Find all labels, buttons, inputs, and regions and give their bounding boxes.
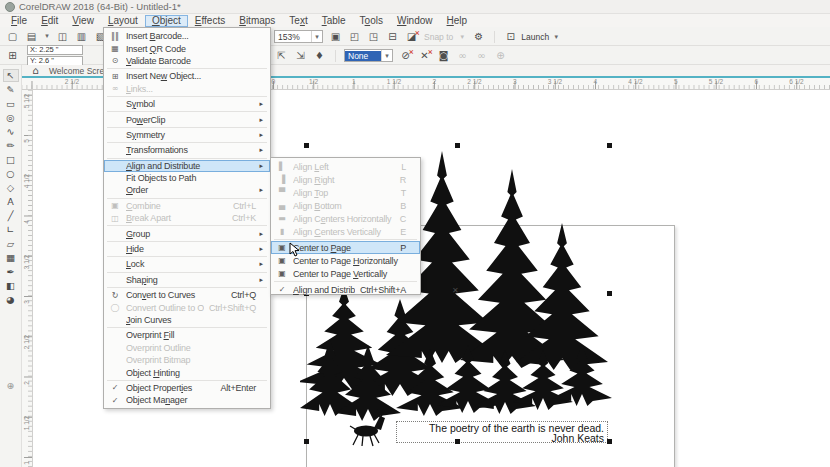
quote-text-object[interactable]: The poetry of the earth is never dead. J… [396,421,608,443]
menu-table[interactable]: Table [315,15,353,27]
preview-mode-icon[interactable]: ◪× [404,30,419,44]
link-icon[interactable]: ∞ [455,49,470,63]
menu-item-validate-barcode[interactable]: ⊙Validate Barcode [104,55,270,67]
menu-item-insert-new-object[interactable]: ⊞Insert New Object... [104,70,270,82]
save-icon[interactable]: ◫ [55,29,70,43]
polygon-tool[interactable]: ◇ [3,181,19,194]
rectangle-tool[interactable]: □ [3,153,19,166]
menu-view[interactable]: View [65,15,101,27]
selection-handle[interactable] [455,143,460,148]
menu-item-lock[interactable]: Lock▸ [104,258,270,270]
show-rulers-icon[interactable]: ◰ [347,30,362,44]
open-icon[interactable]: ▤ [24,29,39,43]
menu-item-order[interactable]: Order▸ [104,184,270,196]
menu-item-insert-barcode[interactable]: ‖‖Insert Barcode... [104,30,270,42]
menu-item-center-to-page-vertically[interactable]: ▣Center to Page Vertically [271,267,420,280]
dimension-tool[interactable]: ╱ [3,209,19,222]
transparency-tool[interactable]: ▦ [3,251,19,264]
menu-text[interactable]: Text [282,15,314,27]
print-icon[interactable]: ▥ [74,29,89,43]
menu-item-convert-to-curves[interactable]: ↻Convert to CurvesCtrl+Q [104,289,270,301]
selection-handle[interactable] [607,439,612,444]
unlink-icon[interactable]: ∞ [474,49,489,63]
selection-handle[interactable] [455,439,460,444]
menu-item-label: Align Centers Horizontally [293,214,395,224]
selection-handle[interactable] [607,291,612,296]
pick-tool[interactable]: ↖ [3,69,19,82]
show-guidelines-icon[interactable]: ⊟ [385,30,400,44]
ellipse-tool[interactable]: ○ [3,167,19,180]
menu-window[interactable]: Window [390,15,440,27]
bezier-tool[interactable]: ✏ [3,139,19,152]
menu-item-powerclip[interactable]: PowerClip▸ [104,113,270,125]
menu-item-insert-qr-code[interactable]: ▦Insert QR Code [104,42,270,54]
selection-handle[interactable] [304,143,309,148]
zoom-to-page-icon[interactable]: ▣ [328,30,343,44]
outline-dropdown-icon[interactable]: ▾ [381,50,392,61]
object-x-field[interactable]: X: 2.25 " [27,45,83,55]
menu-item-object-hinting[interactable]: Object Hinting [104,366,270,378]
menu-help[interactable]: Help [440,15,475,27]
remove-transform-icon[interactable]: ✕× [417,49,432,63]
menu-separator [107,225,267,226]
menu-item-shaping[interactable]: Shaping▸ [104,274,270,286]
no-outline-icon[interactable]: ⊘× [398,49,413,63]
menu-item-symbol[interactable]: Symbol▸ [104,98,270,110]
menu-item-label: Align Bottom [293,201,395,211]
interactive-fill-tool[interactable]: ◕ [3,293,19,306]
menu-item-object-manager[interactable]: ✓Object Manager [104,394,270,406]
menu-effects[interactable]: Effects [188,15,232,27]
menu-layout[interactable]: Layout [101,15,145,27]
menu-object[interactable]: Object [145,15,188,27]
to-front-icon[interactable]: ⇱ [274,49,289,63]
outline-width-icon[interactable]: ♦ [312,49,327,63]
zoom-dropdown-icon[interactable]: ▾ [311,31,322,42]
options-gear-icon[interactable]: ⚙ [471,30,486,44]
open-icon-caret[interactable]: ▾ [43,32,51,40]
app-window: { "window": { "title": "CorelDRAW 2018 (… [0,0,830,467]
new-document-icon[interactable]: ▢ [5,29,20,43]
smart-fill-tool[interactable]: ◧ [3,279,19,292]
menu-item-group[interactable]: Group▸ [104,227,270,239]
eyedropper-tool[interactable]: ✒ [3,265,19,278]
menu-tools[interactable]: Tools [353,15,390,27]
menu-file[interactable]: File [4,15,34,27]
connector-tool[interactable]: ∟ [3,223,19,236]
crop-tool[interactable]: ▭ [3,97,19,110]
vertical-ruler[interactable]: 5 1/254 1/243 1/232 1/221 1/21 [22,90,33,467]
freehand-tool[interactable]: ∿ [3,125,19,138]
menu-item-transformations[interactable]: Transformations▸ [104,144,270,156]
menu-item-object-properties[interactable]: ✓Object PropertiesAlt+Enter [104,382,270,394]
ruler-label: 3 1/2 [23,253,31,271]
zoom-tool[interactable]: ◎ [3,111,19,124]
launch-button[interactable]: ⊡ Launch ▾ [503,30,560,44]
show-grid-icon[interactable]: ◳ [366,30,381,44]
drop-shadow-tool[interactable]: ▱ [3,237,19,250]
menu-edit[interactable]: Edit [34,15,65,27]
menu-shortcut: B [400,201,406,211]
home-tab-icon[interactable]: ⌂ [28,64,43,78]
to-back-icon[interactable]: ⇲ [293,49,308,63]
edit-fill-icon[interactable]: ◙ [436,49,451,63]
shape-tool[interactable]: ✎ [3,83,19,96]
zoom-level-select[interactable]: 153% ▾ [274,30,323,43]
menu-item-symmetry[interactable]: Symmetry▸ [104,129,270,141]
menu-item-fit-objects-to-path[interactable]: Fit Objects to Path [104,172,270,184]
menu-bitmaps[interactable]: Bitmaps [232,15,282,27]
customize-toolbox-button[interactable]: ⊕ [3,379,19,392]
selection-handle[interactable] [304,439,309,444]
submenu-arrow-icon: ▸ [256,186,263,194]
launch-icon: ⊡ [503,30,518,44]
quote-line-2: John Keats [397,433,604,443]
menu-item-align-and-distribute[interactable]: ✓Align and DistributeCtrl+Shift+A [271,283,420,296]
menu-item-align-and-distribute[interactable]: Align and Distribute▸ [104,160,270,172]
menu-item-join-curves[interactable]: Join Curves [104,314,270,326]
menu-item-hide[interactable]: Hide▸ [104,243,270,255]
ruler-label: 1 1/2 [23,414,31,432]
outline-width-select[interactable]: None ▾ [344,49,393,62]
add-preset-icon[interactable]: ⊕ [493,49,508,63]
text-tool[interactable]: A [3,195,19,208]
menu-item-label: Group [126,229,251,239]
selection-handle[interactable] [607,143,612,148]
menu-item-overprint-fill[interactable]: Overprint Fill [104,329,270,341]
